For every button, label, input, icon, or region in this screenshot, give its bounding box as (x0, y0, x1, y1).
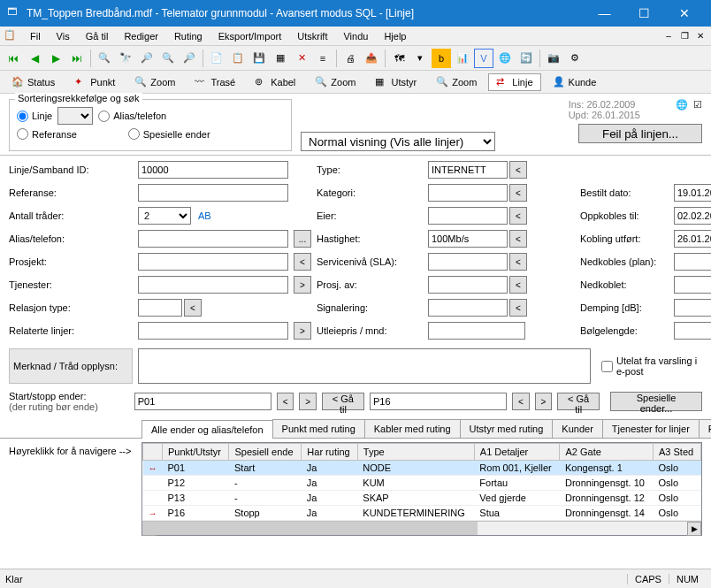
print-button[interactable]: 🖨 (340, 49, 360, 68)
grid-col[interactable]: Type (357, 444, 474, 461)
input-bolge[interactable] (674, 322, 711, 340)
input-bestilt[interactable] (674, 184, 711, 202)
kategori-pick[interactable]: < (509, 184, 527, 202)
zoom-in-button[interactable]: 🔎 (137, 49, 157, 68)
mdi-close[interactable]: ✕ (693, 29, 707, 43)
select-antall[interactable]: 2 (138, 207, 191, 225)
data-grid[interactable]: Punkt/UtstyrSpesiell endeHar rutingTypeA… (141, 442, 702, 536)
mdi-minimize[interactable]: – (661, 29, 676, 43)
ab-link[interactable]: AB (195, 210, 211, 221)
fields-button[interactable]: ▦ (271, 49, 290, 68)
module-kunde[interactable]: 👤Kunde (545, 73, 605, 91)
menu-vis[interactable]: Vis (50, 29, 77, 43)
menu-rediger[interactable]: Rediger (117, 29, 165, 43)
relasjon-pick[interactable]: < (184, 299, 202, 317)
table-row[interactable]: P13-JaSKAPVed gjerdeDronningensgt. 12Osl… (143, 491, 701, 506)
maximize-button[interactable]: ☐ (624, 0, 664, 27)
radio-linje[interactable]: Linje (17, 111, 52, 122)
grid-col[interactable]: A2 Gate (560, 444, 654, 461)
fail-button[interactable]: Feil på linjen... (578, 124, 702, 143)
config-button[interactable]: ⚙ (565, 49, 585, 68)
zoom-fit-button[interactable]: 🔎 (180, 49, 199, 68)
bing-button[interactable]: b (432, 49, 451, 68)
input-prosjekt[interactable] (138, 253, 288, 271)
module-zoom1[interactable]: 🔍Zoom (126, 73, 183, 91)
menu-ruting[interactable]: Ruting (167, 29, 210, 43)
input-kategori[interactable] (428, 184, 508, 202)
input-sla[interactable] (428, 253, 508, 271)
binoculars-button[interactable]: 🔭 (116, 49, 135, 68)
close-button[interactable]: ✕ (664, 0, 704, 27)
globe-button[interactable]: 🌐 (495, 49, 515, 68)
module-zoom2[interactable]: 🔍Zoom (307, 73, 363, 91)
input-alias[interactable] (138, 230, 288, 248)
globe-pin-icon[interactable]: 🌐 (676, 99, 688, 111)
copy-button[interactable]: 📋 (228, 49, 248, 68)
camera-button[interactable]: 📷 (544, 49, 563, 68)
tab-punkt-ruting[interactable]: Punkt med ruting (272, 419, 365, 438)
sort-linje-select[interactable] (57, 107, 93, 125)
list-button[interactable]: ≡ (313, 49, 333, 68)
sla-pick[interactable]: < (509, 253, 527, 271)
input-start[interactable] (134, 393, 271, 410)
eier-pick[interactable]: < (509, 207, 527, 225)
vis-button[interactable]: V (474, 49, 493, 68)
save-button[interactable]: 💾 (249, 49, 269, 68)
scroll-right-icon[interactable]: ▶ (687, 522, 701, 536)
module-utstyr[interactable]: ▦Utstyr (367, 73, 424, 91)
input-relasjon[interactable] (138, 299, 182, 317)
grid-col[interactable]: Har ruting (302, 444, 357, 461)
map-dd-button[interactable]: ▾ (410, 49, 430, 68)
input-type[interactable] (428, 161, 508, 179)
input-tjenester[interactable] (138, 276, 288, 294)
input-signalering[interactable] (428, 299, 508, 317)
nav-next-button[interactable]: ▶ (46, 49, 65, 68)
input-demping[interactable] (674, 299, 711, 317)
relaterte-more[interactable]: > (294, 322, 311, 340)
map-button[interactable]: 🗺 (389, 49, 409, 68)
input-stopp[interactable] (370, 393, 507, 410)
table-row[interactable]: ↔P01StartJaNODERom 001, KjellerKongensgt… (143, 461, 701, 476)
input-referanse[interactable] (138, 184, 288, 202)
menu-eksport[interactable]: Eksport/Import (211, 29, 289, 43)
nav-first-button[interactable]: ⏮ (4, 49, 23, 68)
menu-hjelp[interactable]: Hjelp (377, 29, 413, 43)
export-button[interactable]: 📤 (362, 49, 381, 68)
grid-col[interactable]: A3 Sted (653, 444, 700, 461)
input-oppkobles[interactable] (674, 207, 711, 225)
tab-tjenester[interactable]: Tjenester for linjer (602, 419, 700, 438)
module-trase[interactable]: 〰Trasé (187, 73, 243, 91)
stopp-pick[interactable]: < (512, 393, 529, 410)
radio-referanse[interactable]: Referanse (17, 128, 77, 140)
nav-prev-button[interactable]: ◀ (25, 49, 44, 68)
minimize-button[interactable]: — (585, 0, 624, 27)
input-utleiepris[interactable] (428, 322, 525, 340)
view-select[interactable]: Normal visning (Vis alle linjer) (301, 132, 495, 151)
hastighet-pick[interactable]: < (509, 230, 527, 248)
module-status[interactable]: 🏠Status (4, 73, 63, 91)
textarea-merknad[interactable] (138, 348, 591, 384)
tab-utstyr[interactable]: Utstyr med ruting (460, 419, 554, 438)
prosjekt-pick[interactable]: < (294, 253, 311, 271)
start-gatil[interactable]: < Gå til (322, 393, 364, 410)
new-button[interactable]: 📄 (207, 49, 226, 68)
type-pick[interactable]: < (509, 161, 527, 179)
menu-fil[interactable]: Fil (23, 29, 48, 43)
tjenester-more[interactable]: > (294, 276, 311, 294)
start-pick[interactable]: < (277, 393, 294, 410)
check-clipboard-icon[interactable]: ☑ (693, 99, 702, 111)
signalering-pick[interactable]: < (509, 299, 527, 317)
refresh-button[interactable]: 🔄 (516, 49, 536, 68)
radio-spesielle[interactable]: Spesielle ender (128, 128, 210, 140)
tab-r[interactable]: R (699, 419, 711, 438)
chk-utelat[interactable]: Utelat fra varsling i e-post (596, 348, 702, 384)
stopp-more[interactable]: > (535, 393, 552, 410)
tab-kabler[interactable]: Kabler med ruting (364, 419, 461, 438)
input-kobling[interactable] (674, 230, 711, 248)
grid-col[interactable]: Punkt/Utstyr (163, 444, 229, 461)
mdi-restore[interactable]: ❐ (677, 29, 692, 43)
spesielle-ender-btn[interactable]: Spesielle ender... (610, 392, 702, 411)
grid-col[interactable]: A1 Detaljer (474, 444, 560, 461)
module-zoom3[interactable]: 🔍Zoom (428, 73, 485, 91)
input-hastighet[interactable] (428, 230, 508, 248)
